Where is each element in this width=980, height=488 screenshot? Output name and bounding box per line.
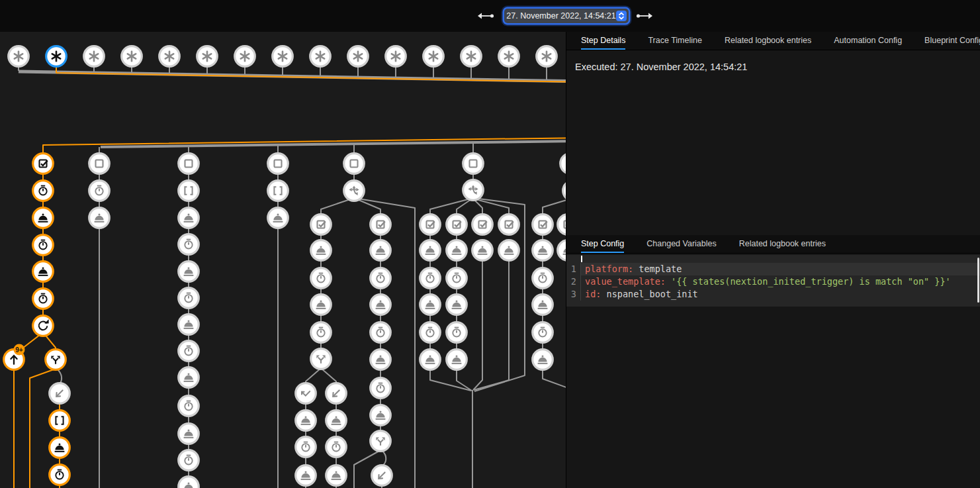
graph-node-service[interactable] (179, 477, 199, 488)
graph-node-checkbox[interactable] (558, 215, 566, 235)
graph-node-service[interactable] (89, 208, 110, 228)
graph-node-timer[interactable] (89, 181, 110, 201)
graph-node-service[interactable] (179, 208, 199, 228)
graph-node-timer[interactable] (420, 322, 441, 343)
graph-node-checkbox[interactable] (420, 215, 441, 235)
graph-node-service[interactable] (447, 350, 467, 370)
graph-node-timer[interactable] (179, 288, 199, 309)
graph-node-call-missed[interactable] (296, 383, 316, 404)
graph-node-service[interactable] (326, 465, 347, 486)
graph-node-timer[interactable] (420, 268, 441, 289)
graph-node-square[interactable] (179, 154, 199, 174)
graph-node-checkbox[interactable] (472, 215, 493, 235)
tab-related-logbook-entries[interactable]: Related logbook entries (725, 32, 811, 50)
graph-node-choose[interactable] (344, 181, 365, 201)
graph-node-service[interactable] (420, 350, 441, 370)
graph-node-service[interactable] (179, 367, 199, 388)
step-config-code-editor[interactable]: 1platform: template2value_template: '{{ … (566, 255, 980, 307)
graph-node-asterisk[interactable] (348, 46, 369, 67)
graph-node-brackets[interactable] (50, 411, 70, 431)
editor-scrollbar[interactable] (977, 258, 979, 303)
tab-step-details[interactable]: Step Details (581, 32, 625, 50)
graph-node-service[interactable] (499, 240, 519, 261)
graph-node-asterisk[interactable] (84, 46, 105, 67)
graph-node-service[interactable] (371, 295, 391, 315)
tab-step-config[interactable]: Step Config (581, 235, 624, 253)
graph-node-timer[interactable] (447, 268, 467, 289)
graph-node-checkbox[interactable] (33, 154, 54, 174)
graph-node-service[interactable] (420, 240, 441, 261)
graph-node-timer[interactable] (533, 322, 553, 343)
graph-node-square[interactable] (560, 154, 566, 174)
graph-node-timer[interactable] (296, 437, 316, 458)
graph-node-service[interactable] (296, 411, 316, 431)
graph-node-timer[interactable] (179, 341, 199, 362)
graph-node-checkbox[interactable] (499, 215, 519, 235)
graph-node-service[interactable] (268, 208, 289, 228)
tab-trace-timeline[interactable]: Trace Timeline (648, 32, 702, 50)
graph-node-asterisk[interactable] (122, 46, 142, 67)
graph-node-timer[interactable] (533, 268, 553, 289)
graph-node-service[interactable] (533, 240, 553, 261)
graph-node-timer[interactable] (326, 437, 347, 458)
graph-node-timer[interactable] (311, 322, 332, 343)
graph-node-asterisk[interactable] (310, 46, 331, 67)
graph-node-arrow-bottom-left[interactable] (326, 383, 347, 404)
graph-node-checkbox[interactable] (371, 215, 391, 235)
graph-node-brackets[interactable] (179, 181, 199, 201)
graph-node-asterisk[interactable] (386, 46, 406, 67)
graph-node-asterisk[interactable] (9, 46, 29, 67)
graph-node-checkbox[interactable] (311, 215, 332, 235)
graph-node-timer[interactable] (371, 268, 391, 289)
graph-node-call-split[interactable] (46, 350, 66, 370)
next-run-button[interactable] (635, 11, 654, 21)
graph-node-timer[interactable] (33, 289, 54, 309)
tab-related-logbook-entries[interactable]: Related logbook entries (739, 235, 826, 253)
graph-node-asterisk[interactable] (537, 46, 557, 67)
automation-trace-graph[interactable]: 9+ (0, 32, 566, 488)
graph-node-timer[interactable] (179, 234, 199, 255)
graph-node-timer[interactable] (447, 322, 467, 343)
graph-node-service[interactable] (371, 405, 391, 426)
graph-node-service[interactable] (420, 295, 441, 315)
graph-node-asterisk[interactable] (197, 46, 218, 67)
graph-node-call-split[interactable] (371, 431, 391, 452)
graph-node-choose[interactable] (463, 180, 484, 201)
graph-node-service[interactable] (371, 240, 391, 261)
graph-node-asterisk[interactable] (235, 46, 255, 67)
graph-node-timer[interactable] (311, 268, 332, 289)
graph-node-service[interactable] (33, 262, 54, 282)
graph-node-square[interactable] (463, 154, 484, 174)
tab-automation-config[interactable]: Automation Config (834, 32, 902, 50)
graph-node-service[interactable] (533, 350, 553, 370)
graph-node-service[interactable] (472, 240, 493, 261)
graph-node-timer[interactable] (50, 465, 70, 485)
graph-node-asterisk[interactable] (46, 46, 67, 67)
graph-node-service[interactable] (311, 240, 332, 261)
graph-node-asterisk[interactable] (159, 46, 180, 67)
graph-node-brackets[interactable] (268, 181, 289, 201)
graph-node-service[interactable] (179, 315, 199, 335)
graph-node-timer[interactable] (179, 450, 199, 471)
graph-node-call-split[interactable] (311, 349, 332, 369)
graph-node-asterisk[interactable] (461, 46, 482, 67)
graph-node-timer[interactable] (371, 322, 391, 343)
graph-node-arrow-bottom-left[interactable] (50, 383, 70, 404)
graph-node-service[interactable] (558, 240, 566, 261)
graph-node-square[interactable] (89, 154, 110, 174)
graph-node-service[interactable] (311, 295, 332, 315)
graph-node-square[interactable] (344, 154, 365, 174)
graph-node-service[interactable] (371, 350, 391, 370)
graph-node-timer[interactable] (179, 396, 199, 416)
tab-blueprint-config[interactable]: Blueprint Config (924, 32, 980, 50)
graph-node-timer[interactable] (33, 235, 54, 256)
run-datetime-select[interactable]: 27. November 2022, 14:54:21 (504, 9, 629, 23)
graph-node-service[interactable] (179, 262, 199, 282)
graph-node-service[interactable] (296, 465, 316, 486)
graph-node-square[interactable] (268, 154, 289, 174)
graph-node-checkbox[interactable] (447, 215, 467, 235)
graph-node-service[interactable] (179, 424, 199, 444)
tab-changed-variables[interactable]: Changed Variables (646, 235, 716, 253)
graph-node-service[interactable] (533, 295, 553, 315)
graph-node-service[interactable] (33, 208, 54, 228)
